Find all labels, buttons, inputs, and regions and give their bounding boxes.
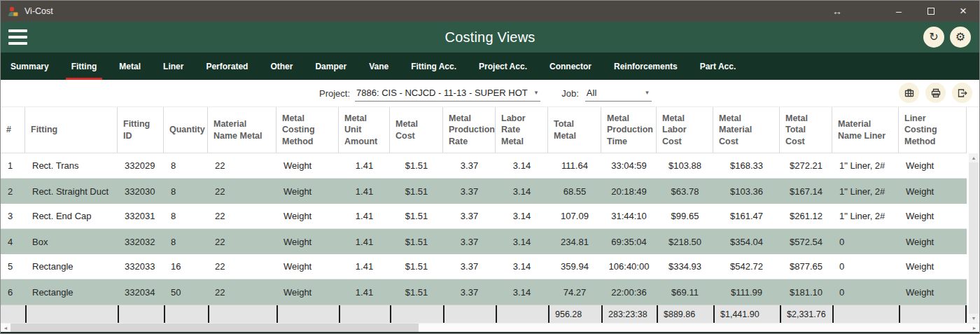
table-cell: $354.04 bbox=[713, 229, 780, 254]
table-cell: $1.51 bbox=[390, 229, 443, 254]
column-header-metal-production-rate[interactable]: Metal Production Rate bbox=[443, 107, 496, 153]
table-cell: $272.21 bbox=[780, 153, 832, 178]
close-button[interactable]: × bbox=[947, 1, 979, 22]
app-window: Vi-Cost ↔ – × Costing Views ↻ ⚙ SummaryF… bbox=[0, 0, 980, 334]
column-header-metal-total-cost[interactable]: Metal Total Cost bbox=[780, 107, 832, 153]
table-cell: 0 bbox=[832, 279, 899, 305]
scroll-left-icon[interactable]: ◄ bbox=[1, 323, 10, 332]
table-cell: $99.65 bbox=[657, 204, 713, 228]
totals-cell bbox=[208, 305, 276, 323]
column-header-fitting[interactable]: Fitting bbox=[25, 107, 118, 153]
totals-cell: $2,331.76 bbox=[780, 305, 832, 323]
scroll-right-icon[interactable]: ► bbox=[969, 323, 979, 332]
resize-arrows-icon[interactable]: ↔ bbox=[832, 6, 842, 17]
column-header-metal-unit-amount[interactable]: Metal Unit Amount bbox=[339, 107, 390, 153]
table-row[interactable]: 1Rect. Trans332029822Weight1.41$1.513.37… bbox=[1, 153, 967, 179]
vertical-scrollbar[interactable]: ▲ ▼ bbox=[969, 153, 979, 323]
table-row[interactable]: 6Rectangle3320345022Weight1.41$1.513.373… bbox=[1, 279, 967, 305]
table-cell: Weight bbox=[276, 279, 339, 305]
table-row[interactable]: 4Box332032822Weight1.41$1.513.373.14234.… bbox=[1, 229, 967, 254]
table-cell: $168.33 bbox=[713, 153, 780, 178]
column-header-total-metal[interactable]: Total Metal bbox=[548, 107, 601, 153]
table-cell: 69:35:04 bbox=[601, 229, 657, 254]
export-button[interactable] bbox=[952, 83, 972, 103]
project-dropdown[interactable]: 7886: CIS - NCJCD - 11-13 - SUPER HOT ▾ bbox=[355, 85, 540, 102]
column-header-metal-production-time[interactable]: Metal Production Time bbox=[601, 107, 657, 153]
column-header-metal-material-cost[interactable]: Metal Material Cost bbox=[713, 107, 780, 153]
page-title: Costing Views bbox=[1, 29, 979, 46]
printer-icon bbox=[930, 88, 941, 99]
table-cell: 22 bbox=[208, 254, 276, 279]
column-header-metal-labor-cost[interactable]: Metal Labor Cost bbox=[657, 107, 713, 153]
tab-connector[interactable]: Connector bbox=[550, 53, 592, 80]
title-bar: Vi-Cost ↔ – × bbox=[1, 1, 979, 22]
table-cell: 74.27 bbox=[548, 279, 601, 305]
totals-cell bbox=[390, 305, 443, 323]
table-cell: Box bbox=[25, 229, 118, 254]
column-header-liner-costing-method[interactable]: Liner Costing Method bbox=[899, 107, 967, 153]
totals-cell bbox=[164, 305, 208, 323]
table-cell: 3.37 bbox=[443, 229, 496, 254]
minimize-button[interactable]: – bbox=[883, 1, 915, 22]
table-cell: 3.37 bbox=[443, 204, 496, 228]
table-cell: 8 bbox=[164, 153, 208, 178]
totals-cell: $1,441.90 bbox=[713, 305, 780, 323]
table-toolbar bbox=[899, 83, 972, 103]
scroll-up-icon[interactable]: ▲ bbox=[972, 153, 976, 162]
table-row[interactable]: 2Rect. Straight Duct332030822Weight1.41$… bbox=[1, 179, 967, 204]
totals-cell bbox=[1, 305, 25, 323]
column-header-labor-rate-metal[interactable]: Labor Rate Metal bbox=[496, 107, 548, 153]
tab-reinforcements[interactable]: Reinforcements bbox=[614, 53, 678, 80]
settings-button[interactable]: ⚙ bbox=[950, 27, 971, 48]
table-cell: Weight bbox=[899, 229, 967, 254]
table-cell: 1" Liner, 2# bbox=[832, 204, 899, 228]
table-cell: 3.14 bbox=[496, 204, 548, 228]
column-header-fitting-id[interactable]: Fitting ID bbox=[118, 107, 164, 153]
tab-other[interactable]: Other bbox=[270, 53, 293, 80]
table-header-row: #FittingFitting IDQuantityMaterial Name … bbox=[1, 107, 967, 153]
export-spreadsheet-button[interactable] bbox=[899, 83, 919, 103]
table-cell: 332033 bbox=[118, 254, 164, 279]
column-header-metal-cost[interactable]: Metal Cost bbox=[390, 107, 443, 153]
table-cell: 3.14 bbox=[496, 279, 548, 305]
tab-vane[interactable]: Vane bbox=[369, 53, 388, 80]
column-header-material-name-liner[interactable]: Material Name Liner bbox=[832, 107, 899, 153]
horizontal-scrollbar-thumb[interactable] bbox=[10, 323, 419, 332]
table-cell: 33:04:59 bbox=[601, 153, 657, 178]
table-row[interactable]: 5Rectangle3320331622Weight1.41$1.513.373… bbox=[1, 254, 967, 279]
refresh-button[interactable]: ↻ bbox=[923, 27, 944, 48]
column-header-material-name-metal[interactable]: Material Name Metal bbox=[208, 107, 276, 153]
column-header-quantity[interactable]: Quantity bbox=[164, 107, 208, 153]
print-button[interactable] bbox=[925, 83, 946, 103]
totals-cell bbox=[832, 305, 899, 323]
table-cell: 0 bbox=[832, 254, 899, 279]
table-cell: Rect. Straight Duct bbox=[25, 179, 118, 204]
tab-fitting[interactable]: Fitting bbox=[71, 53, 97, 80]
app-icon bbox=[7, 6, 19, 18]
tab-damper[interactable]: Damper bbox=[315, 53, 346, 80]
table-cell: 22 bbox=[208, 229, 276, 254]
maximize-button[interactable] bbox=[915, 1, 947, 22]
table-cell: 4 bbox=[1, 229, 25, 254]
table-cell: Rectangle bbox=[25, 254, 118, 279]
table-cell: 1.41 bbox=[339, 153, 390, 178]
table-row[interactable]: 3Rect. End Cap332031822Weight1.41$1.513.… bbox=[1, 204, 967, 229]
scroll-down-icon[interactable]: ▼ bbox=[972, 314, 976, 323]
table-cell: 1.41 bbox=[339, 254, 390, 279]
tab-part-acc[interactable]: Part Acc. bbox=[700, 53, 736, 80]
table-cell: $63.78 bbox=[657, 179, 713, 204]
tab-perforated[interactable]: Perforated bbox=[206, 53, 248, 80]
column-header-[interactable]: # bbox=[1, 107, 25, 153]
tab-liner[interactable]: Liner bbox=[163, 53, 183, 80]
tab-metal[interactable]: Metal bbox=[119, 53, 141, 80]
vertical-scrollbar-thumb[interactable] bbox=[969, 162, 979, 314]
job-dropdown[interactable]: All ▾ bbox=[585, 85, 652, 102]
column-header-metal-costing-method[interactable]: Metal Costing Method bbox=[276, 107, 339, 153]
table-cell: $218.50 bbox=[657, 229, 713, 254]
table-cell: 3.14 bbox=[496, 229, 548, 254]
tab-fitting-acc[interactable]: Fitting Acc. bbox=[411, 53, 456, 80]
tab-summary[interactable]: Summary bbox=[10, 53, 49, 80]
tab-project-acc[interactable]: Project Acc. bbox=[479, 53, 527, 80]
table-cell: 8 bbox=[164, 204, 208, 228]
horizontal-scrollbar[interactable]: ◄ ► bbox=[1, 323, 979, 332]
